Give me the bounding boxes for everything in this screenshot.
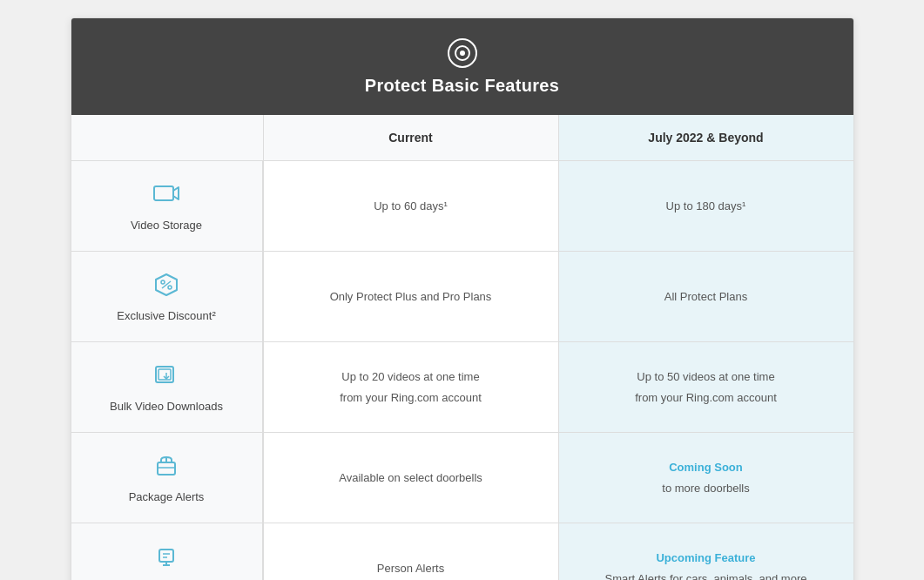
feature-label-exclusive-discount: Exclusive Discount² — [71, 252, 263, 341]
cell-content: Upcoming Feature Smart Alerts for cars, … — [605, 550, 807, 580]
feature-label-smart-alerts: Smart Alerts — [71, 523, 263, 580]
cell-bulk-video-downloads-current: Up to 20 videos at one time from your Ri… — [263, 342, 558, 432]
svg-rect-3 — [154, 186, 173, 200]
cell-bulk-video-downloads-future: Up to 50 videos at one time from your Ri… — [558, 342, 853, 432]
feature-name-package-alerts: Package Alerts — [129, 490, 205, 503]
cell-smart-alerts-future: Upcoming Feature Smart Alerts for cars, … — [558, 523, 853, 580]
bulk-video-downloads-icon — [152, 361, 180, 393]
row-bulk-video-downloads: Bulk Video Downloads Up to 20 videos at … — [71, 342, 853, 433]
table-title: Protect Basic Features — [365, 76, 559, 96]
feature-label-video-storage: Video Storage — [71, 161, 263, 251]
features-table: Protect Basic Features Current July 2022… — [71, 17, 854, 580]
cell-video-storage-future: Up to 180 days¹ — [558, 161, 853, 251]
cell-exclusive-discount-current: Only Protect Plus and Pro Plans — [263, 252, 558, 341]
cell-content: Up to 20 videos at one time from your Ri… — [340, 368, 482, 406]
feature-label-bulk-video-downloads: Bulk Video Downloads — [71, 342, 263, 432]
col-future: July 2022 & Beyond — [558, 115, 853, 160]
feature-name-video-storage: Video Storage — [131, 219, 202, 232]
cell-exclusive-discount-future: All Protect Plans — [558, 252, 853, 341]
svg-rect-9 — [158, 369, 171, 380]
cell-package-alerts-future: Coming Soon to more doorbells — [558, 433, 853, 523]
upcoming-feature-label: Upcoming Feature — [656, 550, 755, 567]
cell-video-storage-current: Up to 60 days¹ — [263, 161, 558, 251]
smart-alerts-icon — [152, 543, 180, 574]
svg-point-5 — [161, 280, 165, 284]
coming-soon-label: Coming Soon — [669, 459, 743, 476]
svg-rect-14 — [159, 550, 173, 562]
svg-line-6 — [162, 281, 171, 288]
row-package-alerts: Package Alerts Available on select doorb… — [71, 433, 853, 523]
column-headers: Current July 2022 & Beyond — [71, 115, 853, 161]
row-video-storage: Video Storage Up to 60 days¹ Up to 180 d… — [71, 161, 853, 252]
video-storage-icon — [152, 180, 180, 212]
ring-protect-icon — [447, 37, 478, 69]
table-header: Protect Basic Features — [71, 18, 853, 115]
feature-label-package-alerts: Package Alerts — [71, 433, 263, 523]
package-alerts-icon — [152, 452, 180, 483]
cell-content: Coming Soon to more doorbells — [662, 459, 749, 496]
svg-point-2 — [460, 51, 465, 56]
row-smart-alerts: Smart Alerts Person Alerts Upcoming Feat… — [71, 523, 853, 580]
feature-name-exclusive-discount: Exclusive Discount² — [117, 309, 215, 322]
svg-rect-11 — [158, 462, 175, 475]
exclusive-discount-icon — [152, 271, 180, 302]
col-current: Current — [263, 115, 558, 160]
col-label — [71, 115, 263, 160]
cell-smart-alerts-current: Person Alerts — [263, 523, 558, 580]
cell-content: Up to 50 videos at one time from your Ri… — [635, 368, 777, 406]
feature-name-bulk-video-downloads: Bulk Video Downloads — [110, 400, 223, 413]
cell-package-alerts-current: Available on select doorbells — [263, 433, 558, 523]
row-exclusive-discount: Exclusive Discount² Only Protect Plus an… — [71, 252, 853, 342]
svg-point-7 — [168, 286, 172, 289]
